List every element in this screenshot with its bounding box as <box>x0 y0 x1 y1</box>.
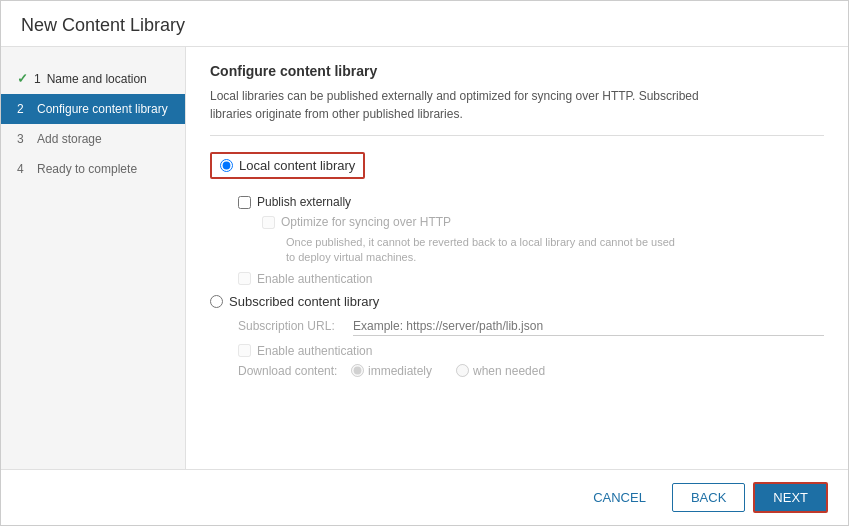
dialog-footer: CANCEL BACK NEXT <box>1 469 848 525</box>
publish-externally-checkbox[interactable] <box>238 196 251 209</box>
optimize-http-option: Optimize for syncing over HTTP <box>262 215 824 229</box>
desc-line2: libraries originate from other published… <box>210 107 463 121</box>
sidebar-step4-label: Ready to complete <box>37 162 137 176</box>
download-when-needed-label: when needed <box>473 364 545 378</box>
optimize-sub-options: Optimize for syncing over HTTP Once publ… <box>238 215 824 266</box>
sidebar-step2-number: 2 <box>17 102 31 116</box>
download-when-needed-radio[interactable] <box>456 364 469 377</box>
optimize-note-line2: to deploy virtual machines. <box>286 251 416 263</box>
publish-externally-label: Publish externally <box>257 195 351 209</box>
sidebar: ✓ 1 Name and location 2 Configure conten… <box>1 47 186 469</box>
subscribed-section: Subscribed content library Subscription … <box>210 294 824 378</box>
download-immediately-radio[interactable] <box>351 364 364 377</box>
sidebar-step3-number: 3 <box>17 132 31 146</box>
local-sub-options: Publish externally Optimize for syncing … <box>210 195 824 286</box>
dialog-title: New Content Library <box>1 1 848 47</box>
sidebar-item-step2[interactable]: 2 Configure content library <box>1 94 185 124</box>
local-library-label: Local content library <box>239 158 355 173</box>
dialog-body: ✓ 1 Name and location 2 Configure conten… <box>1 47 848 469</box>
subscription-url-input[interactable] <box>353 317 824 336</box>
publish-externally-option: Publish externally <box>238 195 824 209</box>
enable-auth-sub-label: Enable authentication <box>257 344 372 358</box>
optimize-http-checkbox[interactable] <box>262 216 275 229</box>
optimize-http-label: Optimize for syncing over HTTP <box>281 215 451 229</box>
main-content: Configure content library Local librarie… <box>186 47 848 469</box>
subscription-url-row: Subscription URL: <box>210 317 824 336</box>
subscribed-sub-options: Enable authentication <box>210 344 824 358</box>
download-content-row: Download content: immediately when neede… <box>210 364 824 378</box>
enable-auth-sub-option: Enable authentication <box>238 344 824 358</box>
section-title: Configure content library <box>210 63 824 79</box>
sidebar-step3-label: Add storage <box>37 132 102 146</box>
download-immediately-option: immediately <box>351 364 432 378</box>
enable-auth-sub-checkbox[interactable] <box>238 344 251 357</box>
enable-auth-local-label: Enable authentication <box>257 272 372 286</box>
local-library-radio[interactable] <box>220 159 233 172</box>
options-area: Local content library Publish externally <box>210 152 824 378</box>
next-button[interactable]: NEXT <box>753 482 828 513</box>
sidebar-item-step3[interactable]: 3 Add storage <box>1 124 185 154</box>
subscription-url-label: Subscription URL: <box>238 319 343 333</box>
sidebar-item-step1[interactable]: ✓ 1 Name and location <box>1 63 185 94</box>
sidebar-step2-label: Configure content library <box>37 102 168 116</box>
new-content-library-dialog: New Content Library ✓ 1 Name and locatio… <box>0 0 849 526</box>
checkmark-icon: ✓ <box>17 71 28 86</box>
sidebar-step1-label: Name and location <box>47 72 147 86</box>
section-divider <box>210 135 824 136</box>
enable-auth-local-option: Enable authentication <box>238 272 824 286</box>
sidebar-step1-number: 1 <box>34 72 41 86</box>
section-description: Local libraries can be published externa… <box>210 87 824 123</box>
subscribed-library-option: Subscribed content library <box>210 294 824 309</box>
cancel-button[interactable]: CANCEL <box>575 484 664 511</box>
download-content-label: Download content: <box>238 364 343 378</box>
optimize-note-line1: Once published, it cannot be reverted ba… <box>286 236 675 248</box>
subscribed-library-radio[interactable] <box>210 295 223 308</box>
local-library-option-container: Local content library <box>210 152 824 187</box>
download-immediately-label: immediately <box>368 364 432 378</box>
optimize-note: Once published, it cannot be reverted ba… <box>262 235 824 266</box>
subscribed-library-label: Subscribed content library <box>229 294 379 309</box>
sidebar-item-step4[interactable]: 4 Ready to complete <box>1 154 185 184</box>
download-when-needed-option: when needed <box>456 364 545 378</box>
local-library-highlight: Local content library <box>210 152 365 179</box>
sidebar-step4-number: 4 <box>17 162 31 176</box>
desc-line1: Local libraries can be published externa… <box>210 89 699 103</box>
back-button[interactable]: BACK <box>672 483 745 512</box>
enable-auth-local-checkbox[interactable] <box>238 272 251 285</box>
